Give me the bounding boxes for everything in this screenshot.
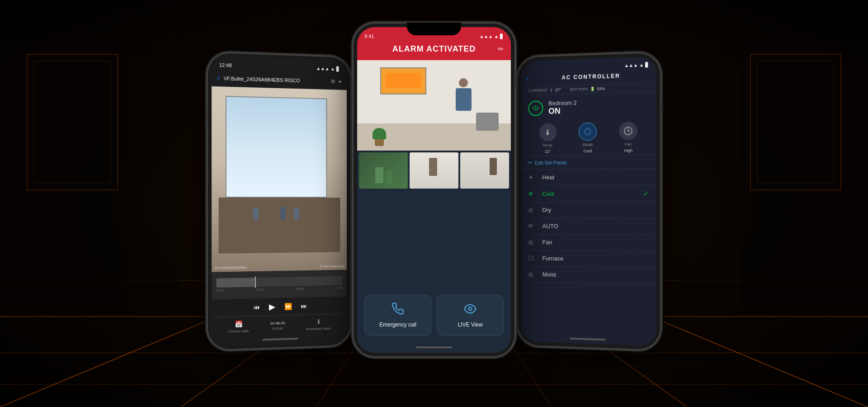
choose-date-label: Choose date — [228, 329, 249, 334]
ac-battery-icon: ▊ — [645, 62, 649, 67]
office-window — [226, 96, 327, 198]
office-figure-2 — [280, 207, 286, 220]
ac-mode-fan[interactable]: ◎ Fan — [521, 234, 656, 252]
thumbnail-3[interactable] — [460, 152, 509, 189]
camera-back-button[interactable]: ‹ — [217, 73, 220, 83]
ac-battery-label: BATTERY — [570, 87, 588, 92]
ac-temp-control[interactable]: 🌡 Temp. 22° — [539, 123, 557, 154]
phone-right-side-button — [515, 110, 517, 128]
phone-left-side-button — [205, 107, 207, 125]
camera-header-icons: ⊞ ● — [331, 78, 342, 84]
download-item[interactable]: ⬇ Download video — [306, 318, 331, 331]
ac-temp-label: Temp. — [542, 143, 553, 147]
next-button[interactable]: ⏭ — [301, 303, 307, 310]
today-item: 01-06-23 TODAY — [270, 321, 285, 331]
timeline-label-2: 08:00 — [296, 287, 304, 290]
ac-battery-item: BATTERY 🔋 93% — [570, 86, 605, 92]
camera-video-container: VF.P00A000000001 ↺ Set manually — [212, 86, 347, 272]
heat-label: Heat — [542, 173, 649, 180]
person-head — [459, 78, 468, 87]
thumbnail-1[interactable] — [359, 152, 408, 189]
fast-forward-button[interactable]: ⏩ — [284, 303, 292, 310]
ac-room-info: Bedroom 2 ON — [548, 99, 577, 116]
alarm-time: 9:41 — [364, 33, 374, 39]
emergency-call-label: Emergency call — [379, 322, 416, 328]
ac-power-section: Bedroom 2 ON — [521, 92, 656, 120]
timeline-marker — [255, 276, 256, 288]
ac-signal-icon: ▲▲▲ — [624, 62, 638, 68]
live-view-button[interactable]: LIVE View — [437, 295, 504, 336]
plant-pot — [375, 139, 384, 146]
fan-icon: ◎ — [528, 239, 537, 246]
office-scene — [212, 86, 347, 272]
ac-mode-control[interactable]: Mode Cool — [579, 123, 597, 154]
alarm-thumbnails — [357, 151, 511, 190]
ac-current-item: CURRENT 🌡 27° — [528, 88, 561, 93]
ac-room-status: ON — [548, 106, 577, 116]
office-figure-1 — [253, 207, 259, 220]
play-button[interactable]: ▶ — [269, 302, 275, 312]
alarm-status-icons: ▲▲▲ ▲ ▊ — [479, 34, 504, 39]
center-phone-notch — [407, 23, 461, 35]
camera-time: 12:48 — [219, 62, 232, 68]
choose-date-item[interactable]: 📅 Choose date — [228, 320, 249, 334]
ac-mode-auto[interactable]: ⟳ AUTO — [521, 218, 656, 235]
dry-icon: ◎ — [528, 207, 537, 213]
timeline-bar[interactable] — [216, 276, 342, 287]
camera-battery-icon: ▊ — [336, 66, 340, 71]
ac-mode-moist[interactable]: ◎ Moist — [521, 266, 656, 285]
alarm-edit-icon[interactable]: ✏ — [498, 45, 504, 53]
ac-mode-furnace[interactable]: ☐ Furnace — [521, 250, 656, 268]
alarm-signal-icon: ▲▲▲ — [479, 34, 493, 39]
emergency-call-button[interactable]: Emergency call — [364, 295, 431, 336]
ac-status-icons: ▲▲▲ ▲ ▊ — [624, 62, 649, 68]
ac-title: AC CONTROLLER — [532, 72, 651, 82]
ac-battery-indicator-icon: 🔋 — [590, 87, 595, 91]
camera-timeline[interactable]: 00:00 04:00 08:00 12:00 — [212, 270, 347, 300]
ac-mode-label: Mode — [583, 142, 593, 147]
date-value: 01-06-23 — [270, 321, 285, 325]
timeline-label-0: 00:00 — [216, 289, 224, 292]
ac-mode-heat[interactable]: ☀ Heat — [521, 169, 656, 186]
alarm-screen: 9:41 ▲▲▲ ▲ ▊ ALARM ACTIVATED ✏ — [357, 27, 511, 353]
alarm-header: ALARM ACTIVATED ✏ — [357, 41, 511, 60]
office-desk — [219, 198, 340, 253]
ac-room-name: Bedroom 2 — [548, 99, 577, 107]
scene-furniture — [476, 113, 499, 131]
home-bar — [262, 338, 298, 341]
ac-mode-dry[interactable]: ◎ Dry — [521, 202, 656, 219]
prev-button[interactable]: ⏮ — [253, 303, 259, 311]
camera-record-icon[interactable]: ● — [339, 79, 341, 85]
ac-fan-control[interactable]: Fan High — [619, 122, 638, 153]
alarm-content — [357, 190, 511, 288]
timeline-label-1: 04:00 — [256, 288, 264, 291]
phones-container: 12:48 ▲▲▲ ▲ ▊ ‹ VF.Bullet_24S26A6B4EBS R… — [163, 23, 705, 393]
furnace-label: Furnace — [542, 255, 649, 263]
ac-edit-setpoints-button[interactable]: ✏ Edit Set Points — [521, 154, 656, 170]
phone-center-side-button — [351, 81, 353, 102]
ac-fan-icon-btn — [619, 122, 638, 140]
camera-grid-icon[interactable]: ⊞ — [331, 78, 335, 84]
ac-current-value: 27° — [555, 88, 561, 92]
dry-label: Dry — [542, 207, 649, 214]
ac-mode-icon-btn — [579, 123, 597, 141]
alarm-buttons: Emergency call LIVE View — [357, 288, 511, 343]
ac-edit-pencil-icon: ✏ — [528, 160, 532, 166]
alarm-home-bar — [416, 346, 452, 348]
ac-temp-value: 22° — [545, 149, 551, 154]
alarm-scene — [357, 60, 511, 151]
ac-mode-cool[interactable]: ❄ Cool ✓ — [521, 185, 656, 202]
auto-label: AUTO — [542, 222, 649, 230]
ac-power-button[interactable] — [528, 100, 543, 116]
download-label: Download video — [306, 327, 331, 331]
camera-header-title: VF.Bullet_24S26A6B4EBS RISCO — [224, 76, 328, 84]
moist-label: Moist — [542, 271, 649, 279]
ac-back-button[interactable]: ‹ — [527, 75, 529, 83]
today-label: TODAY — [272, 326, 284, 331]
heat-icon: ☀ — [528, 174, 537, 181]
live-view-label: LIVE View — [458, 322, 482, 328]
ac-temp-icon: 🌡 — [549, 88, 553, 92]
camera-set-manually[interactable]: ↺ Set manually — [320, 264, 344, 269]
thumbnail-2[interactable] — [410, 152, 458, 189]
alarm-battery-icon: ▊ — [500, 34, 504, 39]
